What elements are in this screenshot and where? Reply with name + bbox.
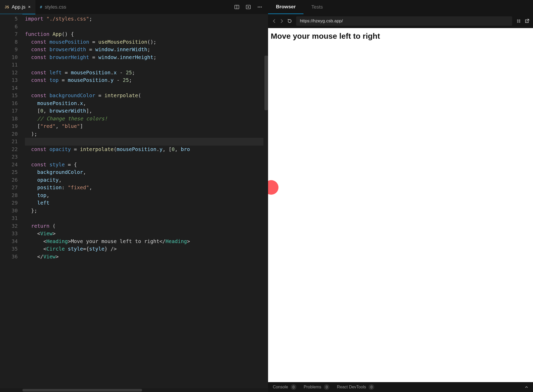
code-line[interactable] [25, 214, 268, 222]
code-line[interactable]: // Change these colors! [25, 115, 268, 123]
nav-refresh-icon[interactable] [287, 19, 292, 23]
line-number: 23 [0, 153, 18, 161]
close-tab-icon[interactable]: × [28, 4, 31, 10]
preview-addressbar [268, 14, 533, 28]
line-number: 25 [0, 168, 18, 176]
line-number: 5 [0, 15, 18, 23]
nav-forward-icon[interactable] [280, 19, 284, 23]
line-number: 21 [0, 138, 18, 146]
svg-point-6 [261, 6, 262, 8]
code-line[interactable]: return ( [25, 222, 268, 230]
open-external-icon[interactable] [525, 19, 529, 23]
split-editor-icon[interactable] [234, 4, 239, 10]
code-line[interactable]: const mousePosition = useMousePosition()… [25, 38, 268, 46]
code-line[interactable] [25, 23, 268, 31]
devtools-panel-react-devtools[interactable]: React DevTools0 [337, 384, 374, 390]
code-line[interactable]: const left = mousePosition.x - 25; [25, 69, 268, 77]
line-number: 29 [0, 199, 18, 207]
code-line[interactable] [25, 61, 268, 69]
panel-label: Console [273, 385, 288, 389]
editor-hscrollbar[interactable] [0, 388, 268, 392]
panel-count-badge: 0 [369, 384, 374, 390]
preview-tabbar: BrowserTests [268, 0, 533, 14]
chevron-up-icon[interactable] [525, 385, 528, 389]
code-content[interactable]: import "./styles.css";function App() { c… [22, 14, 268, 388]
preview-tab-tests[interactable]: Tests [303, 0, 331, 14]
svg-rect-8 [519, 19, 521, 21]
js-file-icon: JS [5, 5, 9, 9]
nav-back-icon[interactable] [272, 19, 276, 23]
line-number: 33 [0, 230, 18, 238]
code-line[interactable]: <View> [25, 230, 268, 238]
code-line[interactable]: <Circle style={style} /> [25, 245, 268, 253]
line-number: 15 [0, 92, 18, 100]
tab-label: App.js [12, 4, 26, 10]
code-line[interactable]: <Heading>Move your mouse left to right</… [25, 238, 268, 245]
svg-line-11 [527, 19, 529, 21]
line-number: 20 [0, 130, 18, 138]
line-number: 16 [0, 100, 18, 107]
line-number: 31 [0, 214, 18, 222]
line-number: 10 [0, 54, 18, 61]
code-line[interactable]: const opacity = interpolate(mousePositio… [25, 146, 268, 153]
minimap-thumb[interactable] [264, 56, 268, 110]
editor-tab-styles-css[interactable]: #styles.css [35, 0, 71, 14]
preview-circle [268, 180, 278, 195]
preview-url-input[interactable] [296, 16, 512, 26]
code-line[interactable]: const top = mousePosition.y - 25; [25, 76, 268, 84]
line-number: 32 [0, 222, 18, 230]
line-number: 19 [0, 122, 18, 130]
panel-label: Problems [304, 385, 321, 389]
code-line[interactable] [25, 138, 268, 146]
code-line[interactable]: [0, browserWidth], [25, 107, 268, 115]
code-line[interactable]: opacity, [25, 176, 268, 184]
line-number: 27 [0, 184, 18, 192]
code-line[interactable]: backgroundColor, [25, 168, 268, 176]
code-line[interactable]: import "./styles.css"; [25, 15, 268, 23]
editor-minimap[interactable] [263, 14, 268, 388]
line-number: 34 [0, 238, 18, 245]
code-line[interactable]: position: "fixed", [25, 184, 268, 192]
code-line[interactable]: top, [25, 192, 268, 199]
line-number: 24 [0, 161, 18, 169]
code-line[interactable] [25, 84, 268, 92]
panel-count-badge: 0 [324, 384, 329, 390]
code-line[interactable]: const style = { [25, 161, 268, 169]
svg-point-4 [258, 6, 259, 8]
code-line[interactable]: }; [25, 207, 268, 215]
line-number: 13 [0, 76, 18, 84]
panel-count-badge: 0 [291, 384, 296, 390]
line-number: 14 [0, 84, 18, 92]
code-line[interactable]: function App() { [25, 30, 268, 38]
line-number-gutter: 5678910111213141516171819202122232425262… [0, 14, 22, 388]
code-line[interactable]: ["red", "blue"] [25, 122, 268, 130]
preview-pane: BrowserTests Move your mouse left to rig… [268, 0, 533, 392]
line-number: 9 [0, 46, 18, 54]
code-line[interactable]: const backgroundColor = interpolate( [25, 92, 268, 100]
preview-viewport[interactable]: Move your mouse left to right [268, 28, 533, 382]
codesandbox-icon[interactable] [516, 19, 521, 23]
code-line[interactable]: </View> [25, 253, 268, 261]
editor-pane: JSApp.js×#styles.css 5678910111213141516… [0, 0, 268, 392]
code-line[interactable]: mousePosition.x, [25, 100, 268, 107]
code-editor[interactable]: 5678910111213141516171819202122232425262… [0, 14, 268, 388]
line-number: 17 [0, 107, 18, 115]
editor-tab-app-js[interactable]: JSApp.js× [0, 0, 35, 14]
code-line[interactable] [25, 153, 268, 161]
more-actions-icon[interactable] [257, 4, 262, 10]
code-line[interactable]: const browserWidth = window.innerWidth; [25, 46, 268, 54]
panel-label: React DevTools [337, 385, 366, 389]
hscroll-thumb[interactable] [22, 389, 142, 391]
preview-tab-browser[interactable]: Browser [268, 0, 303, 14]
code-line[interactable]: ); [25, 130, 268, 138]
line-number: 22 [0, 146, 18, 153]
svg-rect-9 [517, 21, 519, 23]
devtools-panel-problems[interactable]: Problems0 [304, 384, 330, 390]
code-line[interactable]: left [25, 199, 268, 207]
line-number: 36 [0, 253, 18, 261]
devtools-panel-console[interactable]: Console0 [273, 384, 296, 390]
preview-layout-icon[interactable] [246, 4, 251, 10]
devtools-bottombar: Console0Problems0React DevTools0 [268, 382, 533, 392]
code-line[interactable]: const browserHeight = window.innerHeight… [25, 54, 268, 61]
svg-marker-3 [248, 6, 249, 8]
